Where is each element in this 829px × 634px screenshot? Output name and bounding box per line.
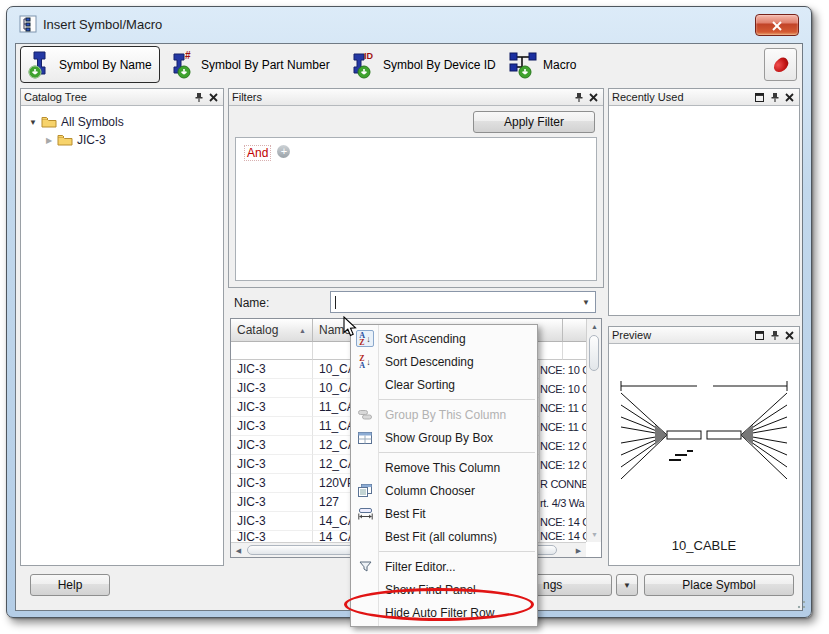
- macro-icon: [508, 50, 538, 80]
- menu-item-label: Sort Ascending: [385, 332, 466, 346]
- close-icon[interactable]: [783, 91, 796, 104]
- place-symbol-button[interactable]: Place Symbol: [644, 574, 794, 596]
- grid-cell-fragment[interactable]: NCE: 11 C: [540, 417, 586, 436]
- grid-vertical-scrollbar[interactable]: ▲ ▼: [586, 319, 601, 542]
- menu-item-best-fit[interactable]: Best Fit: [351, 502, 537, 525]
- grid-cell-fragment[interactable]: NCE: 12 C: [540, 455, 586, 474]
- menu-item-group-by-this-column[interactable]: Group By This Column: [351, 403, 537, 426]
- close-button[interactable]: [755, 14, 799, 36]
- catalog-tree-panel: Catalog Tree ▼ All Symbols ▶ JIC-3: [20, 88, 224, 566]
- menu-item-best-fit-all-columns[interactable]: Best Fit (all columns): [351, 525, 537, 548]
- maximize-icon[interactable]: [753, 91, 766, 104]
- grid-cell-fragment[interactable]: NCE: 12 C: [540, 436, 586, 455]
- tree-item-all-symbols[interactable]: ▼ All Symbols: [27, 113, 124, 131]
- filter-icon: [356, 558, 374, 575]
- add-condition-icon[interactable]: +: [277, 145, 290, 158]
- chevron-collapsed-icon[interactable]: ▶: [43, 136, 55, 145]
- apply-filter-button[interactable]: Apply Filter: [473, 111, 595, 133]
- close-icon[interactable]: [207, 91, 220, 104]
- grid-cell[interactable]: JIC-3: [231, 417, 313, 436]
- svg-text:ID: ID: [364, 51, 374, 61]
- panel-title: Preview: [612, 329, 751, 341]
- menu-item-label: Sort Descending: [385, 355, 474, 369]
- chevron-expanded-icon[interactable]: ▼: [27, 118, 39, 127]
- folder-icon: [57, 134, 73, 146]
- filters-panel: Filters Apply Filter And +: [228, 88, 604, 288]
- pin-icon[interactable]: [768, 91, 781, 104]
- symbol-part-number-icon: #: [168, 50, 195, 79]
- pin-icon[interactable]: [192, 91, 205, 104]
- folder-icon: [41, 116, 57, 128]
- scroll-down-icon[interactable]: ▼: [587, 527, 602, 542]
- tab-macro[interactable]: Macro: [508, 46, 598, 83]
- tab-symbol-by-part-number[interactable]: # Symbol By Part Number: [168, 46, 346, 83]
- tree-item-label: JIC-3: [77, 133, 106, 147]
- grid-cell[interactable]: JIC-3: [231, 455, 313, 474]
- menu-item-show-group-by-box[interactable]: Show Group By Box: [351, 426, 537, 449]
- grid-cell[interactable]: JIC-3: [231, 360, 313, 379]
- scrollbar-thumb[interactable]: [589, 335, 599, 371]
- pin-icon[interactable]: [572, 91, 585, 104]
- red-symbol-button[interactable]: [764, 48, 797, 81]
- tab-label: Symbol By Name: [59, 58, 152, 72]
- window-tree-icon: [19, 15, 37, 37]
- preview-header: Preview: [609, 327, 799, 344]
- tab-label: Macro: [543, 58, 576, 72]
- resize-grip[interactable]: [795, 598, 807, 610]
- help-button[interactable]: Help: [30, 574, 110, 596]
- grid-cell-fragment[interactable]: NCE: 10 C: [540, 379, 586, 398]
- title-bar[interactable]: Insert Symbol/Macro: [7, 7, 811, 43]
- grid-cell-fragment[interactable]: NCE: 11 C: [540, 398, 586, 417]
- menu-item-column-chooser[interactable]: Column Chooser: [351, 479, 537, 502]
- grid-cell-fragment[interactable]: NCE: 10 C: [540, 360, 586, 379]
- menu-item-clear-sorting[interactable]: Clear Sorting: [351, 373, 537, 396]
- close-icon[interactable]: [783, 329, 796, 342]
- settings-label-fragment: ngs: [543, 578, 562, 592]
- auto-filter-cell[interactable]: [231, 342, 313, 360]
- close-icon[interactable]: [587, 91, 600, 104]
- grid-cell-fragment[interactable]: rt. 4/3 Wa: [540, 493, 586, 512]
- svg-text:#: #: [185, 50, 191, 61]
- auto-filter-cell[interactable]: [563, 342, 587, 360]
- settings-dropdown-button[interactable]: ▼: [616, 574, 638, 596]
- menu-item-filter-editor[interactable]: Filter Editor...: [351, 555, 537, 578]
- name-combobox[interactable]: ▼: [330, 291, 596, 313]
- group-by-box-icon: [356, 429, 374, 446]
- grid-cell[interactable]: JIC-3: [231, 436, 313, 455]
- grid-cell[interactable]: JIC-3: [231, 474, 313, 493]
- scroll-left-icon[interactable]: ◀: [231, 543, 246, 558]
- grid-cell[interactable]: JIC-3: [231, 493, 313, 512]
- menu-item-remove-this-column[interactable]: Remove This Column: [351, 456, 537, 479]
- column-label: Catalog: [237, 323, 278, 337]
- menu-item-sort-descending[interactable]: ZA↓ Sort Descending: [351, 350, 537, 373]
- dialog-title: Insert Symbol/Macro: [43, 17, 162, 32]
- symbol-preview-drawing: [613, 367, 795, 517]
- scroll-up-icon[interactable]: ▲: [587, 319, 602, 334]
- grid-cell-fragment[interactable]: R CONNEC: [540, 474, 586, 493]
- grid-cell[interactable]: JIC-3: [231, 512, 313, 531]
- menu-item-sort-ascending[interactable]: AZ↓ Sort Ascending: [351, 327, 537, 350]
- preview-panel: Preview: [608, 326, 800, 566]
- filter-builder-area[interactable]: And +: [235, 137, 597, 281]
- tab-label: Symbol By Part Number: [201, 58, 330, 72]
- grid-cell-fragment[interactable]: NCE: 14 C: [540, 529, 586, 543]
- column-header-catalog[interactable]: Catalog ▲: [231, 319, 313, 342]
- scroll-right-icon[interactable]: ▶: [571, 543, 586, 558]
- grid-cell[interactable]: JIC-3: [231, 379, 313, 398]
- recently-used-header: Recently Used: [609, 89, 799, 106]
- tree-item-jic3[interactable]: ▶ JIC-3: [43, 131, 106, 149]
- grid-cell[interactable]: JIC-3: [231, 398, 313, 417]
- menu-item-label: Column Chooser: [385, 484, 475, 498]
- column-header-extra[interactable]: [563, 319, 587, 342]
- panel-title: Filters: [232, 91, 570, 103]
- filter-operator[interactable]: And: [244, 145, 271, 161]
- chevron-down-icon[interactable]: ▼: [577, 298, 595, 307]
- recently-used-list[interactable]: [609, 107, 799, 315]
- pin-icon[interactable]: [768, 329, 781, 342]
- menu-separator: [379, 551, 535, 552]
- tab-symbol-by-name[interactable]: Symbol By Name: [20, 46, 160, 83]
- menu-item-label: Clear Sorting: [385, 378, 455, 392]
- maximize-icon[interactable]: [753, 329, 766, 342]
- red-blob-icon: [771, 55, 791, 74]
- tab-symbol-by-device-id[interactable]: ID Symbol By Device ID: [348, 46, 520, 83]
